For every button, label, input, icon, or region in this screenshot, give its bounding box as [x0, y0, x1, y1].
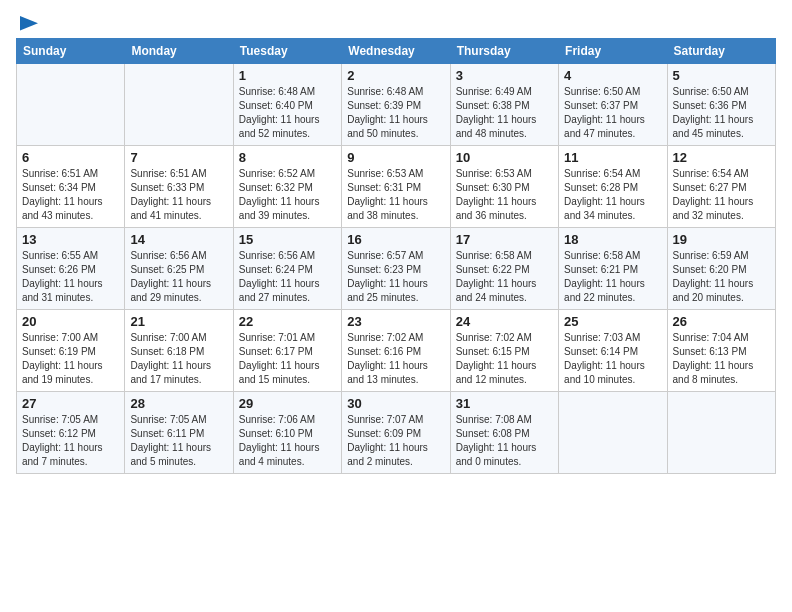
day-info: Sunrise: 7:02 AMSunset: 6:16 PMDaylight:… — [347, 331, 444, 387]
day-info: Sunrise: 6:48 AMSunset: 6:39 PMDaylight:… — [347, 85, 444, 141]
day-info: Sunrise: 7:02 AMSunset: 6:15 PMDaylight:… — [456, 331, 553, 387]
day-info: Sunrise: 6:55 AMSunset: 6:26 PMDaylight:… — [22, 249, 119, 305]
day-number: 29 — [239, 396, 336, 411]
calendar-cell: 26Sunrise: 7:04 AMSunset: 6:13 PMDayligh… — [667, 310, 775, 392]
day-number: 30 — [347, 396, 444, 411]
calendar-cell: 12Sunrise: 6:54 AMSunset: 6:27 PMDayligh… — [667, 146, 775, 228]
calendar-cell — [17, 64, 125, 146]
calendar-cell: 22Sunrise: 7:01 AMSunset: 6:17 PMDayligh… — [233, 310, 341, 392]
day-number: 11 — [564, 150, 661, 165]
calendar-cell: 19Sunrise: 6:59 AMSunset: 6:20 PMDayligh… — [667, 228, 775, 310]
day-number: 5 — [673, 68, 770, 83]
day-info: Sunrise: 6:53 AMSunset: 6:31 PMDaylight:… — [347, 167, 444, 223]
day-info: Sunrise: 6:48 AMSunset: 6:40 PMDaylight:… — [239, 85, 336, 141]
day-number: 15 — [239, 232, 336, 247]
calendar-cell: 15Sunrise: 6:56 AMSunset: 6:24 PMDayligh… — [233, 228, 341, 310]
day-number: 25 — [564, 314, 661, 329]
day-number: 3 — [456, 68, 553, 83]
day-info: Sunrise: 6:50 AMSunset: 6:37 PMDaylight:… — [564, 85, 661, 141]
calendar-cell — [667, 392, 775, 474]
day-info: Sunrise: 7:00 AMSunset: 6:18 PMDaylight:… — [130, 331, 227, 387]
day-number: 18 — [564, 232, 661, 247]
calendar-cell — [559, 392, 667, 474]
svg-marker-0 — [20, 16, 38, 30]
day-number: 23 — [347, 314, 444, 329]
logo-flag-icon — [18, 16, 40, 34]
day-number: 14 — [130, 232, 227, 247]
weekday-header-wednesday: Wednesday — [342, 39, 450, 64]
calendar-cell: 5Sunrise: 6:50 AMSunset: 6:36 PMDaylight… — [667, 64, 775, 146]
calendar-cell — [125, 64, 233, 146]
day-info: Sunrise: 6:49 AMSunset: 6:38 PMDaylight:… — [456, 85, 553, 141]
calendar-table: SundayMondayTuesdayWednesdayThursdayFrid… — [16, 38, 776, 474]
day-info: Sunrise: 7:03 AMSunset: 6:14 PMDaylight:… — [564, 331, 661, 387]
day-info: Sunrise: 7:05 AMSunset: 6:11 PMDaylight:… — [130, 413, 227, 469]
day-info: Sunrise: 6:54 AMSunset: 6:28 PMDaylight:… — [564, 167, 661, 223]
day-info: Sunrise: 7:00 AMSunset: 6:19 PMDaylight:… — [22, 331, 119, 387]
day-number: 28 — [130, 396, 227, 411]
weekday-header-friday: Friday — [559, 39, 667, 64]
day-info: Sunrise: 6:56 AMSunset: 6:24 PMDaylight:… — [239, 249, 336, 305]
logo — [16, 16, 40, 30]
weekday-header-monday: Monday — [125, 39, 233, 64]
day-info: Sunrise: 6:51 AMSunset: 6:33 PMDaylight:… — [130, 167, 227, 223]
weekday-header-sunday: Sunday — [17, 39, 125, 64]
weekday-header-saturday: Saturday — [667, 39, 775, 64]
calendar-cell: 1Sunrise: 6:48 AMSunset: 6:40 PMDaylight… — [233, 64, 341, 146]
day-number: 10 — [456, 150, 553, 165]
calendar-cell: 2Sunrise: 6:48 AMSunset: 6:39 PMDaylight… — [342, 64, 450, 146]
calendar-cell: 21Sunrise: 7:00 AMSunset: 6:18 PMDayligh… — [125, 310, 233, 392]
calendar-cell: 9Sunrise: 6:53 AMSunset: 6:31 PMDaylight… — [342, 146, 450, 228]
calendar-cell: 20Sunrise: 7:00 AMSunset: 6:19 PMDayligh… — [17, 310, 125, 392]
day-number: 2 — [347, 68, 444, 83]
calendar-cell: 29Sunrise: 7:06 AMSunset: 6:10 PMDayligh… — [233, 392, 341, 474]
calendar-cell: 10Sunrise: 6:53 AMSunset: 6:30 PMDayligh… — [450, 146, 558, 228]
day-number: 20 — [22, 314, 119, 329]
day-info: Sunrise: 7:04 AMSunset: 6:13 PMDaylight:… — [673, 331, 770, 387]
day-number: 8 — [239, 150, 336, 165]
day-info: Sunrise: 7:08 AMSunset: 6:08 PMDaylight:… — [456, 413, 553, 469]
day-number: 24 — [456, 314, 553, 329]
day-info: Sunrise: 6:58 AMSunset: 6:21 PMDaylight:… — [564, 249, 661, 305]
day-info: Sunrise: 6:56 AMSunset: 6:25 PMDaylight:… — [130, 249, 227, 305]
day-number: 27 — [22, 396, 119, 411]
day-info: Sunrise: 6:53 AMSunset: 6:30 PMDaylight:… — [456, 167, 553, 223]
day-number: 12 — [673, 150, 770, 165]
day-number: 1 — [239, 68, 336, 83]
calendar-cell: 31Sunrise: 7:08 AMSunset: 6:08 PMDayligh… — [450, 392, 558, 474]
calendar-cell: 23Sunrise: 7:02 AMSunset: 6:16 PMDayligh… — [342, 310, 450, 392]
calendar-cell: 16Sunrise: 6:57 AMSunset: 6:23 PMDayligh… — [342, 228, 450, 310]
calendar-cell: 30Sunrise: 7:07 AMSunset: 6:09 PMDayligh… — [342, 392, 450, 474]
calendar-cell: 28Sunrise: 7:05 AMSunset: 6:11 PMDayligh… — [125, 392, 233, 474]
page-header — [16, 16, 776, 30]
day-number: 26 — [673, 314, 770, 329]
day-info: Sunrise: 6:51 AMSunset: 6:34 PMDaylight:… — [22, 167, 119, 223]
day-number: 21 — [130, 314, 227, 329]
day-info: Sunrise: 7:05 AMSunset: 6:12 PMDaylight:… — [22, 413, 119, 469]
day-number: 4 — [564, 68, 661, 83]
day-info: Sunrise: 7:01 AMSunset: 6:17 PMDaylight:… — [239, 331, 336, 387]
day-number: 7 — [130, 150, 227, 165]
calendar-cell: 8Sunrise: 6:52 AMSunset: 6:32 PMDaylight… — [233, 146, 341, 228]
day-info: Sunrise: 6:54 AMSunset: 6:27 PMDaylight:… — [673, 167, 770, 223]
calendar-cell: 24Sunrise: 7:02 AMSunset: 6:15 PMDayligh… — [450, 310, 558, 392]
day-number: 9 — [347, 150, 444, 165]
calendar-cell: 3Sunrise: 6:49 AMSunset: 6:38 PMDaylight… — [450, 64, 558, 146]
day-info: Sunrise: 6:50 AMSunset: 6:36 PMDaylight:… — [673, 85, 770, 141]
day-info: Sunrise: 7:07 AMSunset: 6:09 PMDaylight:… — [347, 413, 444, 469]
day-number: 13 — [22, 232, 119, 247]
calendar-cell: 14Sunrise: 6:56 AMSunset: 6:25 PMDayligh… — [125, 228, 233, 310]
day-number: 6 — [22, 150, 119, 165]
day-number: 19 — [673, 232, 770, 247]
calendar-cell: 25Sunrise: 7:03 AMSunset: 6:14 PMDayligh… — [559, 310, 667, 392]
calendar-cell: 13Sunrise: 6:55 AMSunset: 6:26 PMDayligh… — [17, 228, 125, 310]
day-number: 16 — [347, 232, 444, 247]
day-info: Sunrise: 7:06 AMSunset: 6:10 PMDaylight:… — [239, 413, 336, 469]
day-info: Sunrise: 6:52 AMSunset: 6:32 PMDaylight:… — [239, 167, 336, 223]
calendar-cell: 27Sunrise: 7:05 AMSunset: 6:12 PMDayligh… — [17, 392, 125, 474]
calendar-cell: 4Sunrise: 6:50 AMSunset: 6:37 PMDaylight… — [559, 64, 667, 146]
calendar-cell: 11Sunrise: 6:54 AMSunset: 6:28 PMDayligh… — [559, 146, 667, 228]
calendar-cell: 6Sunrise: 6:51 AMSunset: 6:34 PMDaylight… — [17, 146, 125, 228]
calendar-cell: 17Sunrise: 6:58 AMSunset: 6:22 PMDayligh… — [450, 228, 558, 310]
day-number: 22 — [239, 314, 336, 329]
